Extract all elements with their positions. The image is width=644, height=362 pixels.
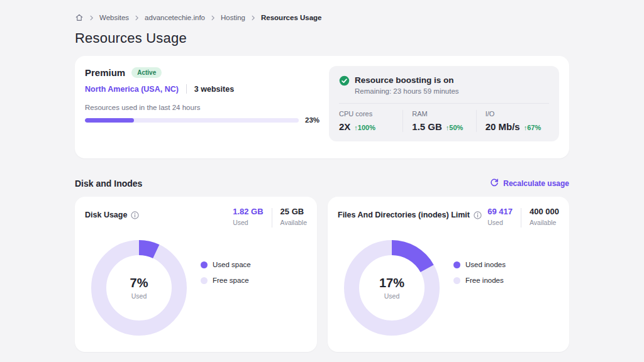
recalculate-usage-label: Recalculate usage: [503, 179, 569, 188]
metric-boost: ↑50%: [446, 124, 464, 131]
plan-card: Premium Active North America (USA, NC) 3…: [75, 56, 569, 158]
legend-label: Free inodes: [465, 277, 504, 284]
inodes-used-value: 69 417: [487, 207, 513, 216]
usage-progress-fill: [85, 118, 134, 123]
disk-used-label: Used: [233, 219, 263, 226]
inodes-legend: Used inodes Free inodes: [453, 261, 506, 336]
divider: [272, 208, 272, 228]
used-space-dot: [201, 261, 208, 268]
divider: [186, 84, 187, 94]
inodes-limit-card: Files And Directories (inodes) Limit 69 …: [328, 197, 569, 352]
inodes-percent: 17%: [379, 276, 404, 290]
inodes-used-label: Used: [487, 219, 513, 226]
refresh-icon: [490, 178, 499, 189]
metric-value: 2X: [339, 121, 350, 132]
disk-percent-sublabel: Used: [131, 292, 147, 300]
metric-ram: RAM 1.5 GB ↑50%: [402, 110, 475, 132]
metric-cpu: CPU cores 2X ↑100%: [339, 110, 402, 132]
used-inodes-dot: [453, 261, 460, 268]
check-circle-icon: [339, 75, 350, 95]
boosting-remaining: Remaining: 23 hours 59 minutes: [355, 87, 459, 95]
info-icon[interactable]: [131, 211, 139, 219]
metric-label: RAM: [412, 110, 475, 118]
chevron-right-icon: [209, 14, 216, 21]
info-icon[interactable]: [474, 211, 482, 219]
free-space-dot: [201, 277, 208, 284]
disk-used-value: 1.82 GB: [233, 207, 263, 216]
disk-legend: Used space Free space: [201, 261, 251, 336]
usage-progress-bar: [85, 118, 299, 123]
usage-label: Resources used in the last 24 hours: [85, 104, 329, 111]
page-title: Resources Usage: [75, 30, 569, 47]
usage-percent: 23%: [305, 116, 319, 124]
inodes-donut-chart: 17% Used: [344, 240, 440, 336]
disk-available-label: Available: [280, 219, 307, 226]
boosting-title: Resource boosting is on: [355, 75, 459, 85]
legend-item: Free inodes: [453, 277, 506, 284]
metric-boost: ↑100%: [354, 124, 375, 131]
legend-label: Used space: [213, 261, 251, 268]
chevron-right-icon: [133, 14, 140, 21]
disk-available-value: 25 GB: [280, 207, 307, 216]
resource-boosting-panel: Resource boosting is on Remaining: 23 ho…: [329, 66, 559, 141]
legend-item: Used space: [201, 261, 251, 268]
legend-item: Free space: [201, 277, 251, 284]
breadcrumb-hosting[interactable]: Hosting: [221, 14, 245, 21]
legend-item: Used inodes: [453, 261, 506, 268]
chevron-right-icon: [88, 14, 95, 21]
legend-label: Used inodes: [465, 261, 506, 268]
status-badge: Active: [131, 67, 162, 78]
disk-usage-donut-chart: 7% Used: [91, 240, 187, 336]
section-title: Disk and Inodes: [75, 178, 142, 189]
inodes-available-value: 400 000: [530, 207, 559, 216]
metric-label: I/O: [486, 110, 549, 118]
plan-name: Premium: [85, 67, 125, 78]
metric-value: 20 Mb/s: [486, 121, 520, 132]
disk-percent: 7%: [130, 276, 148, 290]
websites-count: 3 websites: [194, 85, 234, 94]
disk-usage-title: Disk Usage: [85, 211, 127, 219]
disk-usage-card: Disk Usage 1.82 GB Used 25 GB Available: [75, 197, 317, 352]
plan-info: Premium Active North America (USA, NC) 3…: [85, 66, 329, 148]
resources-usage-page: Websites advancetechie.info Hosting Reso…: [75, 0, 569, 352]
inodes-available-label: Available: [530, 219, 559, 226]
metric-boost: ↑67%: [524, 124, 541, 131]
inodes-percent-sublabel: Used: [384, 292, 400, 300]
breadcrumb-websites[interactable]: Websites: [99, 14, 129, 21]
metric-label: CPU cores: [339, 110, 402, 118]
breadcrumb-domain[interactable]: advancetechie.info: [145, 14, 205, 21]
legend-label: Free space: [213, 277, 249, 284]
metric-value: 1.5 GB: [412, 121, 442, 132]
metric-io: I/O 20 Mb/s ↑67%: [476, 110, 549, 132]
free-inodes-dot: [453, 277, 460, 284]
home-icon[interactable]: [75, 13, 84, 22]
breadcrumb: Websites advancetechie.info Hosting Reso…: [75, 0, 569, 22]
boosting-metrics: CPU cores 2X ↑100% RAM 1.5 GB ↑50% I/O: [339, 103, 549, 132]
divider: [521, 208, 521, 228]
breadcrumb-current: Resources Usage: [261, 14, 322, 21]
chevron-right-icon: [250, 14, 257, 21]
server-location-link[interactable]: North America (USA, NC): [85, 85, 179, 94]
inodes-limit-title: Files And Directories (inodes) Limit: [338, 211, 470, 219]
recalculate-usage-button[interactable]: Recalculate usage: [490, 178, 569, 189]
